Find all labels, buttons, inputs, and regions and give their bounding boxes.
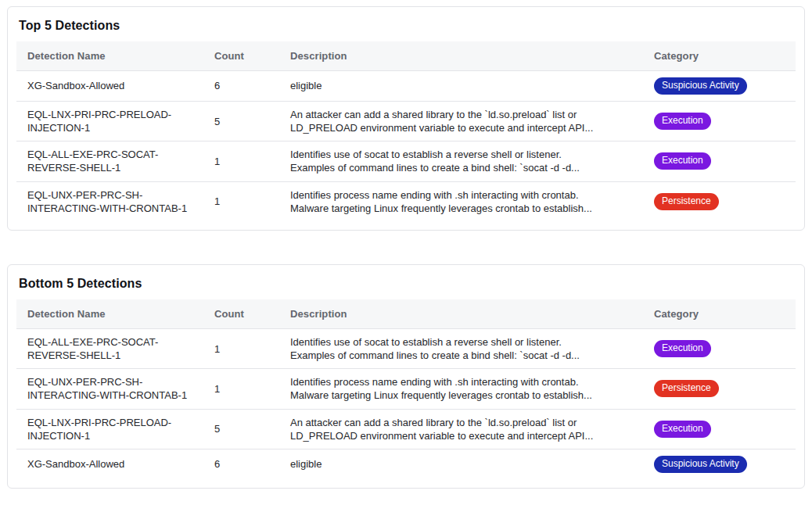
- description-cell: An attacker can add a shared library to …: [279, 102, 643, 141]
- detection-name-cell: EQL-LNX-PRI-PRC-PRELOAD-INJECTION-1: [16, 409, 203, 449]
- category-badge: Execution: [654, 421, 711, 438]
- table-row: EQL-ALL-EXE-PRC-SOCAT-REVERSE-SHELL-11Id…: [16, 328, 796, 368]
- description-cell: Identifies use of socat to establish a r…: [279, 141, 643, 181]
- description-cell: eligible: [279, 449, 643, 479]
- category-badge: Execution: [654, 340, 711, 357]
- column-header-category: Category: [643, 41, 796, 71]
- table-row: EQL-UNX-PER-PRC-SH-INTERACTING-WITH-CRON…: [16, 369, 796, 409]
- category-badge: Execution: [654, 152, 711, 170]
- column-header-count: Count: [203, 299, 279, 329]
- column-header-count: Count: [203, 41, 279, 71]
- category-cell: Execution: [643, 141, 796, 181]
- detection-name-cell: EQL-LNX-PRI-PRC-PRELOAD-INJECTION-1: [16, 102, 203, 141]
- category-cell: Suspicious Activity: [643, 71, 796, 102]
- category-cell: Execution: [643, 409, 796, 449]
- category-badge: Persistence: [654, 193, 719, 210]
- count-cell: 5: [203, 409, 279, 449]
- count-cell: 1: [203, 369, 279, 409]
- table-wrapper: Detection Name Count Description Categor…: [16, 299, 796, 479]
- description-cell: Identifies process name ending with .sh …: [279, 369, 643, 409]
- table-row: EQL-ALL-EXE-PRC-SOCAT-REVERSE-SHELL-11Id…: [16, 141, 796, 181]
- detection-name-cell: XG-Sandbox-Allowed: [16, 449, 203, 479]
- panel-title: Top 5 Detections: [19, 19, 793, 33]
- count-cell: 6: [203, 449, 279, 479]
- table-header-row: Detection Name Count Description Categor…: [16, 41, 796, 71]
- table-row: EQL-LNX-PRI-PRC-PRELOAD-INJECTION-15An a…: [16, 409, 796, 449]
- table-row: XG-Sandbox-Allowed6eligibleSuspicious Ac…: [16, 449, 796, 479]
- count-cell: 5: [203, 102, 279, 141]
- category-badge: Suspicious Activity: [654, 77, 747, 95]
- column-header-detection-name: Detection Name: [16, 41, 203, 71]
- report-page: Top 5 Detections Detection Name Count De…: [0, 0, 812, 495]
- description-cell: Identifies use of socat to establish a r…: [279, 328, 643, 368]
- detection-name-cell: EQL-UNX-PER-PRC-SH-INTERACTING-WITH-CRON…: [16, 369, 203, 409]
- column-header-detection-name: Detection Name: [16, 299, 203, 329]
- count-cell: 6: [203, 71, 279, 102]
- count-cell: 1: [203, 141, 279, 181]
- table-wrapper: Detection Name Count Description Categor…: [16, 41, 796, 221]
- bottom-detections-panel: Bottom 5 Detections Detection Name Count…: [7, 264, 805, 489]
- table-row: XG-Sandbox-Allowed6eligibleSuspicious Ac…: [16, 71, 796, 102]
- category-cell: Execution: [643, 102, 796, 141]
- detection-name-cell: EQL-ALL-EXE-PRC-SOCAT-REVERSE-SHELL-1: [16, 141, 203, 181]
- table-row: EQL-LNX-PRI-PRC-PRELOAD-INJECTION-15An a…: [16, 102, 796, 141]
- table-header-row: Detection Name Count Description Categor…: [16, 299, 796, 329]
- description-cell: An attacker can add a shared library to …: [279, 409, 643, 449]
- category-cell: Persistence: [643, 181, 796, 221]
- detections-table: Detection Name Count Description Categor…: [16, 299, 796, 479]
- count-cell: 1: [203, 328, 279, 368]
- column-header-category: Category: [643, 299, 796, 329]
- category-badge: Execution: [654, 113, 711, 130]
- top-detections-panel: Top 5 Detections Detection Name Count De…: [7, 6, 805, 231]
- column-header-description: Description: [279, 41, 643, 71]
- detection-name-cell: XG-Sandbox-Allowed: [16, 71, 203, 102]
- category-badge: Suspicious Activity: [654, 456, 747, 473]
- category-cell: Suspicious Activity: [643, 449, 796, 479]
- category-badge: Persistence: [654, 380, 719, 397]
- category-cell: Execution: [643, 328, 796, 368]
- description-cell: Identifies process name ending with .sh …: [279, 181, 643, 221]
- category-cell: Persistence: [643, 369, 796, 409]
- detection-name-cell: EQL-UNX-PER-PRC-SH-INTERACTING-WITH-CRON…: [16, 181, 203, 221]
- detection-name-cell: EQL-ALL-EXE-PRC-SOCAT-REVERSE-SHELL-1: [16, 328, 203, 368]
- table-row: EQL-UNX-PER-PRC-SH-INTERACTING-WITH-CRON…: [16, 181, 796, 221]
- description-cell: eligible: [279, 71, 643, 102]
- panel-title: Bottom 5 Detections: [19, 277, 793, 291]
- detections-table: Detection Name Count Description Categor…: [16, 41, 796, 221]
- count-cell: 1: [203, 181, 279, 221]
- column-header-description: Description: [279, 299, 643, 329]
